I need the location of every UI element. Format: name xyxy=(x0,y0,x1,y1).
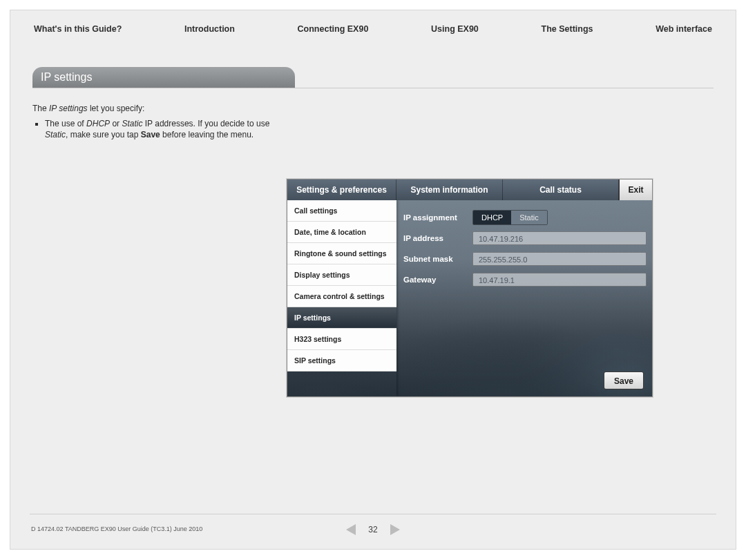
document-page: What's in this Guide? Introduction Conne… xyxy=(10,10,736,550)
body-text: The IP settings let you specify: The use… xyxy=(32,103,281,141)
nav-item-web-interface[interactable]: Web interface xyxy=(656,24,712,34)
device-screenshot: Settings & preferences System informatio… xyxy=(287,179,653,397)
side-item-ip-settings[interactable]: IP settings xyxy=(287,307,396,329)
bullet-seg: before leaving the menu. xyxy=(160,130,254,139)
device-tab-system-info[interactable]: System information xyxy=(396,180,503,200)
label-ip-assignment: IP assignment xyxy=(403,213,472,222)
nav-item-introduction[interactable]: Introduction xyxy=(184,24,235,34)
nav-item-settings[interactable]: The Settings xyxy=(542,24,593,34)
prev-page-icon[interactable] xyxy=(346,524,356,535)
field-subnet[interactable]: 255.255.255.0 xyxy=(472,252,647,266)
bullet-seg: , make sure you tap xyxy=(66,130,141,139)
device-settings-panel: IP assignment DHCP Static IP address 10.… xyxy=(403,207,647,290)
segment-option-static[interactable]: Static xyxy=(511,211,547,224)
bullet-item: The use of DHCP or Static IP addresses. … xyxy=(45,118,281,140)
bullet-seg: The use of xyxy=(45,119,86,128)
field-ip-address[interactable]: 10.47.19.216 xyxy=(472,231,647,245)
device-tab-exit-button[interactable]: Exit xyxy=(619,180,652,200)
intro-em: IP settings xyxy=(49,104,88,113)
top-nav: What's in this Guide? Introduction Conne… xyxy=(10,24,736,34)
nav-item-whats-in-guide[interactable]: What's in this Guide? xyxy=(34,24,122,34)
device-tab-preferences[interactable]: Settings & preferences xyxy=(287,180,396,200)
field-gateway[interactable]: 10.47.19.1 xyxy=(472,273,647,287)
label-subnet: Subnet mask xyxy=(403,255,472,263)
side-item-h323[interactable]: H323 settings xyxy=(287,329,396,350)
segment-ip-assignment: DHCP Static xyxy=(472,210,548,225)
bullet-em: Static xyxy=(122,119,142,128)
side-item-sip[interactable]: SIP settings xyxy=(287,350,396,371)
side-item-call-settings[interactable]: Call settings xyxy=(287,200,396,222)
intro-post: let you specify: xyxy=(88,104,145,113)
side-item-date-time[interactable]: Date, time & location xyxy=(287,222,396,243)
pager: 32 xyxy=(10,524,736,535)
bullet-em: Static xyxy=(45,130,66,139)
side-item-ringtone[interactable]: Ringtone & sound settings xyxy=(287,243,396,264)
section-divider xyxy=(32,88,714,88)
nav-item-connecting[interactable]: Connecting EX90 xyxy=(298,24,369,34)
intro-text: The xyxy=(32,104,49,113)
side-item-camera[interactable]: Camera control & settings xyxy=(287,286,396,307)
label-ip-address: IP address xyxy=(403,234,472,242)
next-page-icon[interactable] xyxy=(390,524,400,535)
nav-item-using[interactable]: Using EX90 xyxy=(431,24,479,34)
device-sidebar: Call settings Date, time & location Ring… xyxy=(287,200,396,396)
bullet-seg: IP addresses. If you decide to use xyxy=(142,119,269,128)
footer-divider xyxy=(30,514,716,514)
side-item-display[interactable]: Display settings xyxy=(287,264,396,286)
bullet-bold: Save xyxy=(141,130,160,139)
bullet-em: DHCP xyxy=(86,119,110,128)
section-title-tab: IP settings xyxy=(32,67,295,88)
bullet-seg: or xyxy=(110,119,122,128)
label-gateway: Gateway xyxy=(403,276,472,284)
page-number: 32 xyxy=(368,525,377,534)
device-tabs: Settings & preferences System informatio… xyxy=(287,180,652,200)
save-button[interactable]: Save xyxy=(604,371,644,389)
device-tab-call-status[interactable]: Call status xyxy=(503,180,619,200)
segment-option-dhcp[interactable]: DHCP xyxy=(473,211,511,224)
